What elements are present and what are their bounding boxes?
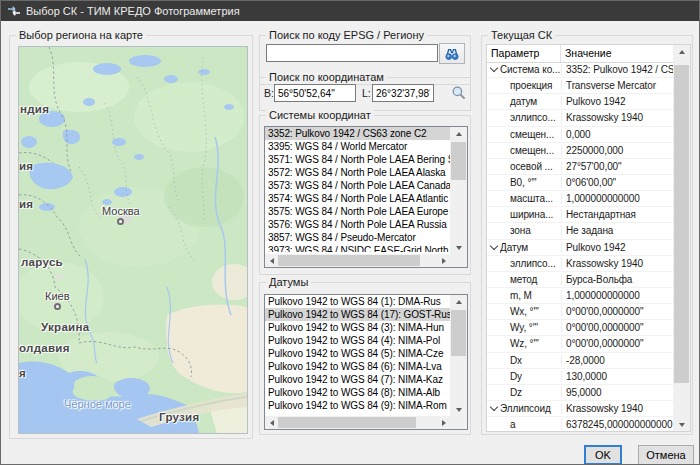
scroll-left-arrow-icon[interactable]: [265, 416, 278, 429]
current-cs-table[interactable]: Параметр Значение Система ко... 3352: Pu…: [486, 44, 691, 432]
coordinate-systems-list[interactable]: 3352: Pulkovo 1942 / CS63 zone C2 3395: …: [264, 126, 468, 268]
chevron-down-icon[interactable]: [487, 342, 500, 345]
chevron-down-icon[interactable]: [487, 213, 500, 216]
systems-horizontal-scrollbar[interactable]: [265, 254, 450, 267]
coordinate-system-item[interactable]: 3571: WGS 84 / North Pole LAEA Bering Se…: [265, 153, 450, 166]
param-row[interactable]: масшта... 1,000000000000: [487, 191, 673, 207]
latitude-input[interactable]: [274, 84, 356, 102]
datums-list[interactable]: Pulkovo 1942 to WGS 84 (1): DMA-Rus Pulk…: [264, 294, 468, 430]
coordinate-system-item[interactable]: 3352: Pulkovo 1942 / CS63 zone C2: [265, 127, 450, 140]
systems-vertical-scrollbar[interactable]: [450, 127, 467, 254]
param-row[interactable]: эллипсо... Krassowsky 1940: [487, 256, 673, 272]
datum-item[interactable]: Pulkovo 1942 to WGS 84 (4): NIMA-Pol: [265, 334, 450, 347]
cancel-button[interactable]: Отмена: [638, 445, 694, 465]
scroll-right-arrow-icon[interactable]: [437, 254, 450, 267]
scroll-right-arrow-icon[interactable]: [437, 416, 450, 429]
titlebar[interactable]: Выбор СК - ТИМ КРЕДО Фотограмметрия: [1, 1, 699, 21]
chevron-down-icon[interactable]: [487, 197, 500, 200]
datum-item[interactable]: Pulkovo 1942 to WGS 84 (1): DMA-Rus: [265, 295, 450, 308]
chevron-down-icon[interactable]: [487, 116, 500, 119]
datum-item[interactable]: Pulkovo 1942 to WGS 84 (8): NIMA-Alb: [265, 386, 450, 399]
chevron-down-icon[interactable]: [487, 229, 500, 232]
datum-item[interactable]: Pulkovo 1942 to WGS 84 (17): GOST-Rus: [265, 308, 450, 321]
datum-item[interactable]: Pulkovo 1942 to WGS 84 (5): NIMA-Cze: [265, 347, 450, 360]
coordinate-system-item[interactable]: 3572: WGS 84 / North Pole LAEA Alaska: [265, 166, 450, 179]
chevron-down-icon[interactable]: [487, 262, 500, 265]
chevron-down-icon[interactable]: [487, 391, 500, 394]
param-row[interactable]: Wz, °'" 0°00'00,0000000": [487, 336, 673, 352]
param-row[interactable]: датум Pulkovo 1942: [487, 94, 673, 110]
map-region-group: Выбор региона на карте: [9, 35, 253, 439]
epsg-search-button[interactable]: [439, 43, 465, 64]
datums-horizontal-scrollbar[interactable]: [265, 416, 450, 429]
param-value: 3352: Pulkovo 1942 / CS63 ...: [562, 64, 673, 75]
datums-vertical-scrollbar[interactable]: [450, 295, 467, 416]
scroll-left-arrow-icon[interactable]: [265, 254, 278, 267]
coordinate-system-item[interactable]: 3574: WGS 84 / North Pole LAEA Atlantic: [265, 192, 450, 205]
coordinate-system-item[interactable]: 3573: WGS 84 / North Pole LAEA Canada: [265, 179, 450, 192]
scroll-up-arrow-icon[interactable]: [450, 127, 467, 140]
datum-item[interactable]: Pulkovo 1942 to WGS 84 (9): NIMA-Rom: [265, 399, 450, 412]
coordinate-system-item[interactable]: 3973: WGS 84 / NSIDC EASE-Grid North: [265, 244, 450, 252]
chevron-down-icon[interactable]: [487, 359, 500, 362]
param-row[interactable]: Dx -28,0000: [487, 353, 673, 369]
param-row[interactable]: ширина... Нестандартная: [487, 207, 673, 223]
scroll-thumb[interactable]: [278, 255, 420, 266]
param-row[interactable]: Эллипсоид Krassowsky 1940: [487, 401, 673, 417]
chevron-down-icon[interactable]: [487, 375, 500, 378]
param-row[interactable]: смещен... 2250000,000: [487, 143, 673, 159]
chevron-down-icon[interactable]: [487, 84, 500, 87]
scroll-thumb[interactable]: [674, 65, 689, 383]
chevron-down-icon[interactable]: [487, 326, 500, 329]
scroll-down-arrow-icon[interactable]: [673, 418, 690, 431]
scroll-thumb[interactable]: [451, 310, 466, 356]
param-row[interactable]: Dz 95,0000: [487, 385, 673, 401]
coordinate-system-item[interactable]: 3395: WGS 84 / World Mercator: [265, 140, 450, 153]
param-row[interactable]: Wx, °'" 0°00'00,0000000": [487, 304, 673, 320]
chevron-down-icon[interactable]: [487, 407, 500, 410]
chevron-down-icon[interactable]: [487, 423, 500, 426]
param-row[interactable]: смещен... 0,000: [487, 127, 673, 143]
scroll-down-arrow-icon[interactable]: [450, 241, 467, 254]
param-row[interactable]: проекция Transverse Mercator: [487, 78, 673, 94]
param-row[interactable]: метод Бурса-Вольфа: [487, 272, 673, 288]
chevron-down-icon[interactable]: [487, 310, 500, 313]
chevron-down-icon[interactable]: [487, 181, 500, 184]
param-row[interactable]: m, M 1,000000000000: [487, 288, 673, 304]
epsg-search-input[interactable]: [266, 44, 438, 62]
chevron-down-icon[interactable]: [487, 294, 500, 297]
coord-search-button[interactable]: [449, 83, 468, 102]
scroll-up-arrow-icon[interactable]: [450, 295, 467, 308]
chevron-down-icon[interactable]: [487, 246, 500, 249]
map-region-picker[interactable]: ндия ия ия Москва: [18, 46, 248, 434]
param-row[interactable]: осевой ... 27°57'00,00": [487, 159, 673, 175]
datum-item[interactable]: Pulkovo 1942 to WGS 84 (6): NIMA-Lva: [265, 360, 450, 373]
chevron-down-icon[interactable]: [487, 149, 500, 152]
scroll-thumb[interactable]: [278, 417, 416, 428]
datum-item[interactable]: Pulkovo 1942 to WGS 84 (7): NIMA-Kaz: [265, 373, 450, 386]
coordinate-system-item[interactable]: 3575: WGS 84 / North Pole LAEA Europe: [265, 205, 450, 218]
param-row[interactable]: зона Не задана: [487, 223, 673, 239]
param-row[interactable]: Wy, °'" 0°00'00,0000000": [487, 320, 673, 336]
coordinate-system-item[interactable]: 3857: WGS 84 / Pseudo-Mercator: [265, 231, 450, 244]
param-row[interactable]: a 6378245,000000000000: [487, 417, 673, 431]
longitude-input[interactable]: [372, 84, 434, 102]
param-row[interactable]: Датум Pulkovo 1942: [487, 240, 673, 256]
ok-button[interactable]: OK: [584, 445, 622, 465]
chevron-down-icon[interactable]: [487, 100, 500, 103]
scroll-up-arrow-icon[interactable]: [673, 45, 690, 58]
param-name: ширина...: [500, 209, 562, 220]
chevron-down-icon[interactable]: [487, 165, 500, 168]
datum-item[interactable]: Pulkovo 1942 to WGS 84 (3): NIMA-Hun: [265, 321, 450, 334]
chevron-down-icon[interactable]: [487, 68, 500, 71]
param-row[interactable]: Dy 130,0000: [487, 369, 673, 385]
chevron-down-icon[interactable]: [487, 278, 500, 281]
param-row[interactable]: B0, °'" 0°06'00,00": [487, 175, 673, 191]
param-row[interactable]: эллипсо... Krassowsky 1940: [487, 110, 673, 126]
coordinate-system-item[interactable]: 3576: WGS 84 / North Pole LAEA Russia: [265, 218, 450, 231]
table-vertical-scrollbar[interactable]: [673, 45, 690, 431]
chevron-down-icon[interactable]: [487, 133, 500, 136]
scroll-thumb[interactable]: [451, 142, 466, 180]
param-row[interactable]: Система ко... 3352: Pulkovo 1942 / CS63 …: [487, 62, 673, 78]
scroll-down-arrow-icon[interactable]: [450, 403, 467, 416]
